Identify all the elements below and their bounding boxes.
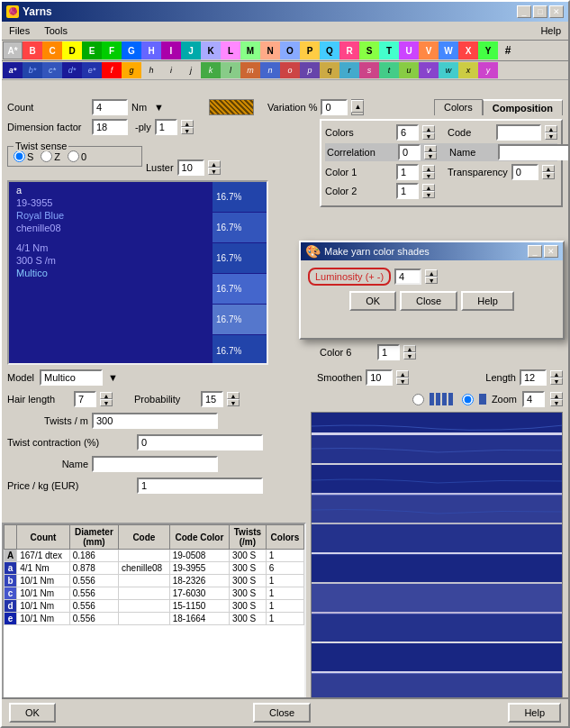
letter-J[interactable]: J xyxy=(181,41,201,59)
color1-spin[interactable]: ▲ ▼ xyxy=(422,165,435,179)
smoothen-spin[interactable]: ▲ ▼ xyxy=(396,370,409,385)
color2-spin[interactable]: ▲ ▼ xyxy=(422,184,435,198)
variation-input[interactable] xyxy=(321,99,348,115)
menu-files[interactable]: Files xyxy=(5,23,33,38)
letter-lower-c[interactable]: c* xyxy=(42,62,62,78)
twist-z-radio[interactable] xyxy=(41,150,52,162)
letter-lower-u[interactable]: u xyxy=(399,62,419,78)
letter-lower-x[interactable]: x xyxy=(458,62,478,78)
close-button[interactable]: Close xyxy=(253,703,311,723)
letter-L[interactable]: L xyxy=(221,41,240,59)
letter-I[interactable]: I xyxy=(161,41,181,59)
prob-down[interactable]: ▼ xyxy=(227,399,240,406)
letter-B[interactable]: B xyxy=(23,41,42,59)
letter-lower-w[interactable]: w xyxy=(439,62,458,78)
color6-spin[interactable]: ▲ ▼ xyxy=(403,345,416,359)
code-input[interactable] xyxy=(496,124,541,141)
twist-contraction-input[interactable] xyxy=(137,434,263,450)
probability-input[interactable] xyxy=(201,391,223,407)
close-button[interactable]: ✕ xyxy=(549,5,564,18)
letter-lower-s[interactable]: s xyxy=(359,62,379,78)
smoothen-up[interactable]: ▲ xyxy=(396,370,409,378)
lum-up[interactable]: ▲ xyxy=(425,269,438,277)
color1-up[interactable]: ▲ xyxy=(422,165,435,172)
letter-H[interactable]: H xyxy=(141,41,161,59)
letter-K[interactable]: K xyxy=(201,41,221,59)
menu-help[interactable]: Help xyxy=(537,23,565,38)
twist-0[interactable]: 0 xyxy=(68,150,86,162)
help-button[interactable]: Help xyxy=(508,703,561,723)
letter-S[interactable]: S xyxy=(359,41,379,59)
name-input-right[interactable] xyxy=(498,144,570,160)
color6-down[interactable]: ▼ xyxy=(403,352,416,359)
code-spin[interactable]: ▲ ▼ xyxy=(545,125,557,140)
count-input[interactable] xyxy=(92,99,128,115)
corr-up[interactable]: ▲ xyxy=(424,145,437,152)
colors-spin[interactable]: ▲ ▼ xyxy=(422,125,435,140)
letter-lower-p[interactable]: p xyxy=(300,62,320,78)
zoom-down[interactable]: ▼ xyxy=(550,399,563,406)
luminosity-input[interactable] xyxy=(394,268,421,285)
dialog-close-btn[interactable]: ✕ xyxy=(544,245,558,258)
letter-lower-i[interactable]: i xyxy=(161,62,181,78)
price-input[interactable] xyxy=(137,478,263,494)
correlation-input[interactable] xyxy=(398,144,421,160)
letter-U[interactable]: U xyxy=(399,41,419,59)
color1-down[interactable]: ▼ xyxy=(422,172,435,179)
luster-down[interactable]: ▼ xyxy=(208,168,221,175)
letter-lower-j[interactable]: j xyxy=(181,62,201,78)
letter-X[interactable]: X xyxy=(458,41,478,59)
variation-up[interactable]: ▲ xyxy=(351,100,364,113)
menu-tools[interactable]: Tools xyxy=(41,23,71,38)
letter-lower-e[interactable]: e* xyxy=(82,62,102,78)
letter-lower-a[interactable]: a* xyxy=(3,62,23,78)
table-row[interactable]: d 10/1 Nm 0.556 15-1150 300 S 1 xyxy=(5,600,304,613)
zoom-input[interactable] xyxy=(522,391,545,407)
dialog-ok-button[interactable]: OK xyxy=(349,291,396,311)
ply-up[interactable]: ▲ xyxy=(181,120,194,127)
letter-lower-d[interactable]: d* xyxy=(62,62,82,78)
zoom-up[interactable]: ▲ xyxy=(550,392,563,399)
letter-Q[interactable]: Q xyxy=(320,41,339,59)
table-row[interactable]: A 167/1 dtex 0.186 19-0508 300 S 1 xyxy=(5,550,304,562)
length-up[interactable]: ▲ xyxy=(550,370,563,378)
table-row[interactable]: b 10/1 Nm 0.556 18-2326 300 S 1 xyxy=(5,575,304,587)
prob-up[interactable]: ▲ xyxy=(227,392,240,399)
letter-F[interactable]: F xyxy=(102,41,122,59)
letter-lower-m[interactable]: m xyxy=(240,62,260,78)
twist-z[interactable]: Z xyxy=(41,150,60,162)
letter-lower-b[interactable]: b* xyxy=(23,62,42,78)
letter-lower-g[interactable]: g xyxy=(122,62,141,78)
luster-input[interactable] xyxy=(177,159,204,176)
ply-down[interactable]: ▼ xyxy=(181,127,194,134)
view-radio-1[interactable] xyxy=(412,394,424,405)
tab-colors[interactable]: Colors xyxy=(434,99,483,115)
color6-input[interactable] xyxy=(377,344,400,360)
code-up[interactable]: ▲ xyxy=(545,125,557,132)
letter-V[interactable]: V xyxy=(419,41,439,59)
hair-down[interactable]: ▼ xyxy=(100,399,113,406)
color2-down[interactable]: ▼ xyxy=(422,191,435,198)
hair-up[interactable]: ▲ xyxy=(100,392,113,399)
trans-down[interactable]: ▼ xyxy=(542,172,555,179)
letter-O[interactable]: O xyxy=(280,41,300,59)
color1-input[interactable] xyxy=(396,164,419,180)
transparency-input[interactable] xyxy=(511,164,538,180)
smoothen-down[interactable]: ▼ xyxy=(396,378,409,385)
dialog-minimize[interactable]: _ xyxy=(528,245,542,258)
minimize-button[interactable]: _ xyxy=(517,5,531,18)
colors-input[interactable] xyxy=(396,124,419,141)
dialog-close-button[interactable]: Close xyxy=(400,291,457,311)
letter-E[interactable]: E xyxy=(82,41,102,59)
letter-T[interactable]: T xyxy=(379,41,399,59)
table-row[interactable]: a 4/1 Nm 0.878 chenille08 19-3955 300 S … xyxy=(5,562,304,575)
letter-lower-f[interactable]: f xyxy=(102,62,122,78)
letter-lower-r[interactable]: r xyxy=(339,62,359,78)
letter-G[interactable]: G xyxy=(122,41,141,59)
trans-up[interactable]: ▲ xyxy=(542,165,555,172)
ok-button[interactable]: OK xyxy=(9,703,56,723)
table-row[interactable]: e 10/1 Nm 0.556 18-1664 300 S 1 xyxy=(5,613,304,625)
letter-lower-l[interactable]: l xyxy=(221,62,240,78)
letter-lower-h[interactable]: h xyxy=(141,62,161,78)
length-spin[interactable]: ▲ ▼ xyxy=(550,370,563,385)
